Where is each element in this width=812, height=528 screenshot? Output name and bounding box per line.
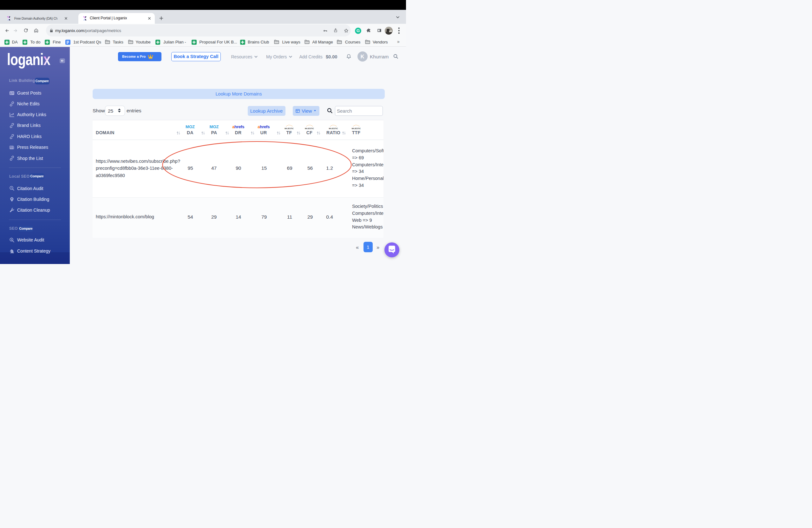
svg-text:$: $ bbox=[11, 238, 12, 241]
